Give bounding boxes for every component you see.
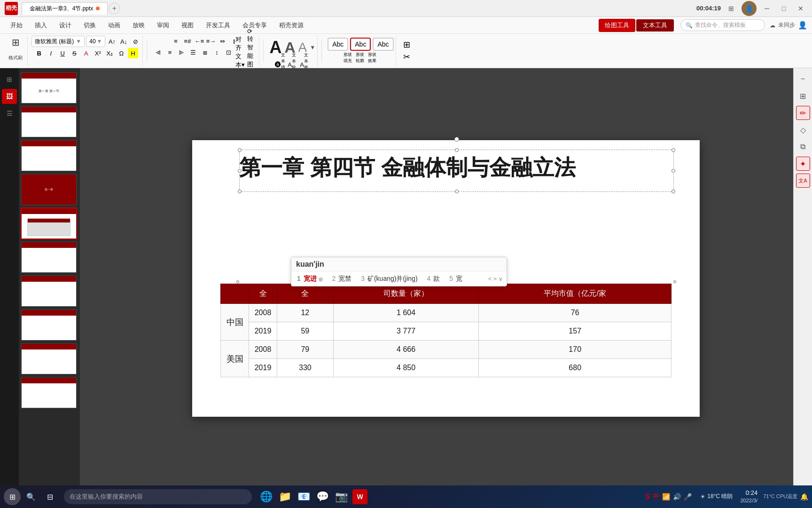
sidebar-icon-3[interactable]: ☰ [2,106,17,121]
tab-text-tools[interactable]: 文本工具 [636,19,674,32]
handle-bl[interactable] [238,190,242,193]
bold-button[interactable]: B [34,48,44,58]
layout-toggle[interactable]: ⊞ [725,2,738,15]
layers-btn[interactable]: ⊞ [796,89,810,103]
magic-wand-btn[interactable]: ✦ [796,157,810,171]
italic-button[interactable]: I [46,48,56,58]
tab-slideshow[interactable]: 放映 [127,19,150,32]
close-button[interactable]: ✕ [794,2,807,15]
shape-style-1[interactable]: Abc [328,38,348,51]
table-handle-right[interactable] [673,280,676,283]
bullet-list-btn[interactable]: ≡ [171,36,181,46]
align-center-btn[interactable]: ≡ [164,47,175,57]
format-slide-btn[interactable]: ⊞ 格式刷 [6,36,25,62]
clock[interactable]: 0:24 2022/3/ [737,489,760,505]
arrange-icon-btn[interactable]: ⊞ [402,40,412,50]
file-tab[interactable]: 金融法第一章3、4节.pptx [22,2,108,15]
font-increase-btn[interactable]: A↑ [107,36,117,47]
ime-candidate-2[interactable]: 2 宽禁 [330,274,354,284]
slide-title[interactable]: 第一章 第四节 金融体制与金融立法 [239,153,671,183]
copy-style-btn[interactable]: ⧉ [796,140,810,154]
taskbar-mail-btn[interactable]: 📧 [295,488,312,505]
slide-thumb-6[interactable]: 6 [21,241,77,273]
align-justify-btn[interactable]: ☰ [188,47,198,57]
superscript-btn[interactable]: X² [93,48,103,58]
taskbar-app1-btn[interactable]: 💬 [314,488,331,505]
ime-toggle[interactable]: 中 [653,492,659,501]
slide-thumb-9[interactable]: 9 [21,343,77,375]
smart-convert-btn[interactable]: ⟳转智能图形▾ [247,47,257,57]
start-button[interactable]: ⊞ [4,488,21,505]
slide-thumb-5[interactable]: 5 [21,207,77,239]
font-decrease-btn[interactable]: A↓ [118,36,129,47]
ime-candidate-1[interactable]: 1 宽进 ◎ [295,274,325,284]
zoom-out-btn[interactable]: − [796,72,810,86]
font-size-selector[interactable]: 40 ▼ [86,36,105,47]
handle-bm[interactable] [455,190,459,193]
ime-expand-btn[interactable]: ∨ [499,276,503,282]
slide-thumb-8[interactable]: 8 [21,309,77,341]
ime-prev-btn[interactable]: < [488,276,492,282]
align-left-btn[interactable]: ⫷ [153,47,163,57]
taskbar-search-btn[interactable]: 🔍 [23,488,39,505]
highlight-btn[interactable]: H [128,48,138,58]
ime-candidate-3[interactable]: 3 矿(kuang)并(jing) [359,274,419,284]
strikethrough-button[interactable]: S [69,48,79,58]
speaker-icon[interactable]: 🔊 [673,493,681,500]
rotate-handle[interactable] [454,137,459,142]
slide-thumb-4[interactable]: 4 第一章 [21,174,77,206]
weather-info[interactable]: ☀ 18°C 晴朗 [698,492,734,500]
shape-fill-btn[interactable]: 形状填充 [343,53,353,63]
ime-next-btn[interactable]: > [493,276,497,282]
tab-developer[interactable]: 开发工具 [200,19,236,32]
shape-outline-btn[interactable]: 形状轮廓 [355,53,366,63]
sidebar-icon-2[interactable]: 🖼 [2,89,17,104]
maximize-button[interactable]: □ [777,2,790,15]
clear-format-btn[interactable]: ⊘ [130,36,141,47]
taskbar-chrome-btn[interactable]: 🌐 [258,488,274,505]
shurufa-icon[interactable]: S [645,492,650,501]
shape-style-2[interactable]: Abc [350,38,371,51]
indent-decrease-btn[interactable]: ←≡ [194,36,204,46]
tab-insert[interactable]: 插入 [29,19,53,32]
tab-animations[interactable]: 动画 [102,19,126,32]
valign-btn[interactable]: ⊡ [223,47,234,57]
minimize-button[interactable]: ─ [760,2,773,15]
indent-increase-btn[interactable]: ≡→ [206,36,216,46]
translate-btn[interactable]: 文A [796,174,810,188]
taskbar-search-input[interactable]: 在这里输入你要搜索的内容 [64,489,252,504]
text-style-dropdown[interactable]: ▼ [310,44,315,51]
text-align-dropdown[interactable]: 对齐文本▾ [235,47,245,57]
handle-tl[interactable] [238,148,242,152]
ime-candidate-5[interactable]: 5 宽 [447,274,464,284]
sidebar-icon-1[interactable]: ⊞ [2,72,17,87]
handle-tm[interactable] [455,148,459,152]
shape-style-3[interactable]: Abc [373,38,393,51]
handle-br[interactable] [671,190,675,193]
mic-icon[interactable]: 🎤 [684,493,692,500]
font-color-btn[interactable]: A [81,48,91,58]
user-avatar[interactable]: 👤 [742,1,757,16]
tab-view[interactable]: 视图 [176,19,199,32]
taskbar-app2-btn[interactable]: 📷 [333,488,350,505]
slide-thumb-7[interactable]: 7 [21,275,77,307]
align-distributed-btn[interactable]: ≣ [200,47,210,57]
underline-button[interactable]: U [57,48,68,58]
ime-candidate-4[interactable]: 4 款 [425,274,442,284]
pencil-btn[interactable]: ✏ [796,106,810,120]
align-right-btn[interactable]: ⫸ [176,47,187,57]
handle-mr[interactable] [671,169,675,173]
taskbar-multitask-btn[interactable]: ⊟ [41,488,58,505]
network-icon[interactable]: 📶 [662,493,670,500]
tab-home[interactable]: 开始 [5,19,28,32]
text-style-a1[interactable]: A [269,38,281,57]
slide-thumb-2[interactable]: 2 [21,106,77,138]
tab-design[interactable]: 设计 [54,19,77,32]
tab-review[interactable]: 审阅 [151,19,175,32]
slide-thumb-1[interactable]: 1 第一章 第一节 [21,72,77,104]
tab-draw-tools[interactable]: 绘图工具 [599,19,635,32]
shapes-btn[interactable]: ◇ [796,123,810,137]
tab-resources[interactable]: 稻壳资源 [273,19,309,32]
taskbar-files-btn[interactable]: 📁 [276,488,293,505]
tab-transitions[interactable]: 切换 [78,19,102,32]
